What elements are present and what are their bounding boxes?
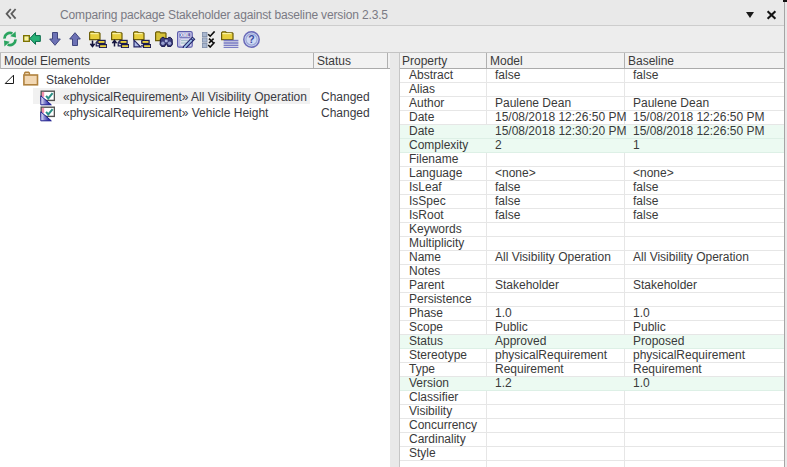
- svg-text:XML: XML: [180, 33, 190, 38]
- svg-text:?: ?: [248, 33, 254, 45]
